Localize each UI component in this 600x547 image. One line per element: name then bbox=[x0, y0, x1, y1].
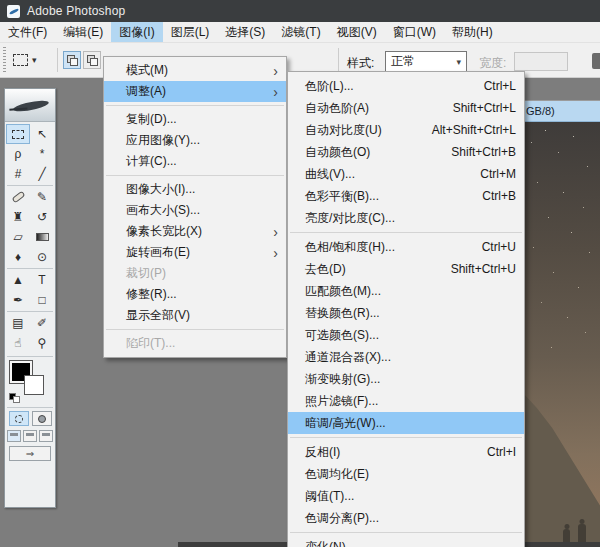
feather-logo-icon bbox=[13, 98, 50, 114]
standard-screen-mode-button[interactable] bbox=[7, 430, 21, 442]
healing-brush-tool[interactable] bbox=[6, 187, 30, 207]
document-title-bar[interactable]: GB/8) bbox=[523, 101, 600, 122]
menu-item-apply-image[interactable]: 应用图像(Y)... bbox=[104, 130, 286, 151]
shape-tool[interactable]: □ bbox=[30, 290, 54, 310]
menu-help[interactable]: 帮助(H) bbox=[444, 22, 501, 42]
move-tool[interactable]: ↖ bbox=[30, 124, 54, 144]
menu-item-threshold[interactable]: 阈值(T)... bbox=[288, 485, 524, 507]
menu-item-gradient-map[interactable]: 渐变映射(G)... bbox=[288, 368, 524, 390]
menu-item-photo-filter[interactable]: 照片滤镜(F)... bbox=[288, 390, 524, 412]
slice-tool[interactable]: ╱ bbox=[30, 164, 54, 184]
menu-item-label: 色彩平衡(B)... bbox=[305, 188, 470, 205]
menu-item-color-balance[interactable]: 色彩平衡(B)...Ctrl+B bbox=[288, 185, 524, 207]
screen-mode-row bbox=[5, 428, 55, 444]
toolbox-header[interactable] bbox=[5, 89, 55, 122]
menu-layer[interactable]: 图层(L) bbox=[163, 22, 218, 42]
menu-item-curves[interactable]: 曲线(V)...Ctrl+M bbox=[288, 163, 524, 185]
menu-item-duplicate[interactable]: 复制(D)... bbox=[104, 109, 286, 130]
standard-mode-button[interactable] bbox=[9, 411, 29, 426]
style-dropdown[interactable]: 正常 ▾ bbox=[385, 51, 467, 72]
menu-item-mode[interactable]: 模式(M) › bbox=[104, 60, 286, 81]
fullscreen-menubar-mode-button[interactable] bbox=[23, 430, 37, 442]
type-tool[interactable]: T bbox=[30, 270, 54, 290]
menu-item-equalize[interactable]: 色调均化(E) bbox=[288, 463, 524, 485]
menu-item-canvas-size[interactable]: 画布大小(S)... bbox=[104, 200, 286, 221]
add-selection-button[interactable] bbox=[83, 51, 101, 69]
quick-mask-mode-button[interactable] bbox=[32, 411, 52, 426]
blur-tool[interactable]: ♦ bbox=[6, 247, 30, 267]
menu-item-auto-levels[interactable]: 自动色阶(A)Shift+Ctrl+L bbox=[288, 97, 524, 119]
menu-shortcut: Ctrl+U bbox=[470, 240, 516, 254]
menu-view[interactable]: 视图(V) bbox=[329, 22, 385, 42]
fullscreen-mode-button[interactable] bbox=[39, 430, 53, 442]
brush-tool[interactable]: ✎ bbox=[30, 187, 54, 207]
menu-item-trap: 陷印(T)... bbox=[104, 333, 286, 354]
menu-item-image-size[interactable]: 图像大小(I)... bbox=[104, 179, 286, 200]
menu-item-shadow-highlight[interactable]: 暗调/高光(W)... bbox=[288, 412, 524, 434]
toolbox-palette: ↖ ρ * # ╱ ✎ ♜ ↺ ▱ ♦ ⊙ ▲ T ✒ □ ▤ ✐ ☝ ⚲ bbox=[4, 88, 56, 508]
menu-item-label: 去色(D) bbox=[305, 261, 439, 278]
zoom-tool[interactable]: ⚲ bbox=[30, 333, 54, 353]
menu-item-label: 自动颜色(O) bbox=[305, 144, 439, 161]
document-canvas[interactable] bbox=[523, 122, 600, 547]
menu-item-trim[interactable]: 修整(R)... bbox=[104, 284, 286, 305]
submenu-arrow-icon: › bbox=[265, 85, 278, 99]
background-color-swatch[interactable] bbox=[24, 375, 44, 395]
menu-item-label: 亮度/对比度(C)... bbox=[305, 210, 516, 227]
menu-item-label: 显示全部(V) bbox=[126, 307, 278, 324]
menu-filter[interactable]: 滤镜(T) bbox=[273, 22, 328, 42]
menu-item-invert[interactable]: 反相(I)Ctrl+I bbox=[288, 441, 524, 463]
width-input[interactable] bbox=[514, 52, 568, 71]
submenu-arrow-icon: › bbox=[265, 246, 278, 260]
crop-tool[interactable]: # bbox=[6, 164, 30, 184]
path-selection-tool[interactable]: ▲ bbox=[6, 270, 30, 290]
default-colors-icon[interactable] bbox=[9, 393, 21, 403]
menu-item-label: 应用图像(Y)... bbox=[126, 132, 278, 149]
menu-item-label: 色相/饱和度(H)... bbox=[305, 239, 470, 256]
menu-item-label: 复制(D)... bbox=[126, 111, 278, 128]
menu-item-pixel-aspect-ratio[interactable]: 像素长宽比(X) › bbox=[104, 221, 286, 242]
menu-item-brightness-contrast[interactable]: 亮度/对比度(C)... bbox=[288, 207, 524, 229]
menu-window[interactable]: 窗口(W) bbox=[385, 22, 444, 42]
clone-stamp-tool[interactable]: ♜ bbox=[6, 207, 30, 227]
menu-item-selective-color[interactable]: 可选颜色(S)... bbox=[288, 324, 524, 346]
jump-to-imageready-button[interactable]: ⇒ bbox=[9, 446, 51, 461]
magic-wand-tool[interactable]: * bbox=[30, 144, 54, 164]
menu-shortcut: Alt+Shift+Ctrl+L bbox=[420, 123, 516, 137]
gradient-tool[interactable] bbox=[30, 227, 54, 247]
eraser-tool[interactable]: ▱ bbox=[6, 227, 30, 247]
menu-bar: 文件(F) 编辑(E) 图像(I) 图层(L) 选择(S) 滤镜(T) 视图(V… bbox=[0, 22, 600, 43]
menu-item-auto-color[interactable]: 自动颜色(O)Shift+Ctrl+B bbox=[288, 141, 524, 163]
menu-item-posterize[interactable]: 色调分离(P)... bbox=[288, 507, 524, 529]
options-grip-handle[interactable] bbox=[3, 47, 6, 73]
pen-tool[interactable]: ✒ bbox=[6, 290, 30, 310]
tool-preset-picker[interactable]: ▾ bbox=[13, 50, 49, 70]
hand-tool[interactable]: ☝ bbox=[6, 333, 30, 353]
menu-separator bbox=[106, 175, 284, 176]
menu-item-channel-mixer[interactable]: 通道混合器(X)... bbox=[288, 346, 524, 368]
menu-item-desaturate[interactable]: 去色(D)Shift+Ctrl+U bbox=[288, 258, 524, 280]
menu-item-rotate-canvas[interactable]: 旋转画布(E) › bbox=[104, 242, 286, 263]
menu-select[interactable]: 选择(S) bbox=[217, 22, 273, 42]
menu-item-variations[interactable]: 变化(N)... bbox=[288, 536, 524, 547]
eyedropper-tool[interactable]: ✐ bbox=[30, 313, 54, 333]
rectangular-marquee-tool[interactable] bbox=[6, 124, 30, 144]
menu-item-calculations[interactable]: 计算(C)... bbox=[104, 151, 286, 172]
menu-item-replace-color[interactable]: 替换颜色(R)... bbox=[288, 302, 524, 324]
new-selection-button[interactable] bbox=[63, 51, 81, 69]
menu-edit[interactable]: 编辑(E) bbox=[55, 22, 111, 42]
menu-item-label: 渐变映射(G)... bbox=[305, 371, 516, 388]
menu-item-reveal-all[interactable]: 显示全部(V) bbox=[104, 305, 286, 326]
lasso-tool[interactable]: ρ bbox=[6, 144, 30, 164]
menu-image[interactable]: 图像(I) bbox=[111, 22, 162, 42]
menu-item-match-color[interactable]: 匹配颜色(M)... bbox=[288, 280, 524, 302]
menu-item-hue-saturation[interactable]: 色相/饱和度(H)...Ctrl+U bbox=[288, 236, 524, 258]
menu-item-levels[interactable]: 色阶(L)...Ctrl+L bbox=[288, 75, 524, 97]
history-brush-tool[interactable]: ↺ bbox=[30, 207, 54, 227]
dodge-tool[interactable]: ⊙ bbox=[30, 247, 54, 267]
notes-tool[interactable]: ▤ bbox=[6, 313, 30, 333]
menu-file[interactable]: 文件(F) bbox=[0, 22, 55, 42]
menu-item-auto-contrast[interactable]: 自动对比度(U)Alt+Shift+Ctrl+L bbox=[288, 119, 524, 141]
menu-item-adjustments[interactable]: 调整(A) › bbox=[104, 81, 286, 102]
menu-item-label: 色阶(L)... bbox=[305, 78, 472, 95]
